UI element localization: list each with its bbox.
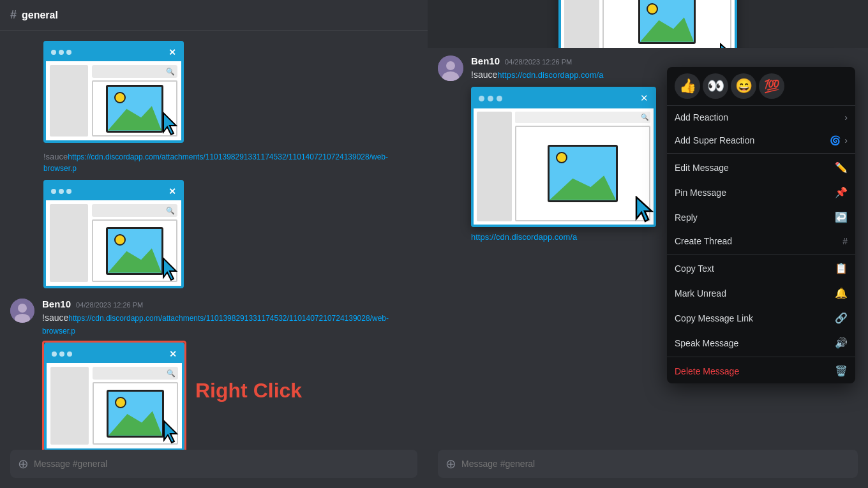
edit-icon: ✏️ <box>835 161 848 174</box>
partial-browser-top: ✕ 🔍 <box>558 0 737 48</box>
message-link-1: !saucehttps://cdn.discordapp.com/attachm… <box>43 151 417 174</box>
channel-icon: # <box>10 8 17 22</box>
message-image-2-container: ✕ <box>43 180 417 288</box>
image-with-red-border: ✕ <box>42 341 186 453</box>
copy-icon: 📋 <box>835 262 848 274</box>
svg-point-3 <box>18 304 27 313</box>
menu-divider-2 <box>667 254 855 255</box>
delete-icon: 🗑️ <box>835 365 848 377</box>
message-input-bar-left: ⊕ <box>10 450 417 478</box>
message-text: !saucehttps://cdn.discordapp.com/attachm… <box>42 312 417 337</box>
svg-marker-0 <box>163 113 176 135</box>
messages-area: ✕ <box>0 31 428 488</box>
url-link-1[interactable]: https://cdn.discordapp.com/attachments/1… <box>43 152 388 173</box>
link-icon: 🔗 <box>835 312 848 324</box>
channel-name: general <box>22 10 58 21</box>
chevron-right-icon-2: › <box>844 135 848 145</box>
right-url-link[interactable]: https://cdn.discordapp.com/a <box>471 232 577 242</box>
emoji-grin[interactable]: 😄 <box>731 73 756 99</box>
message-author: Ben10 <box>42 299 71 309</box>
menu-item-copy-text[interactable]: Copy Text 📋 <box>667 256 855 281</box>
pin-icon: 📌 <box>835 186 848 198</box>
menu-item-reply[interactable]: Reply ↩️ <box>667 205 855 230</box>
menu-item-pin-message[interactable]: Pin Message 📌 <box>667 180 855 205</box>
menu-divider-3 <box>667 357 855 357</box>
menu-item-copy-link[interactable]: Copy Message Link 🔗 <box>667 306 855 330</box>
menu-item-mark-unread[interactable]: Mark Unread 🔔 <box>667 281 855 306</box>
svg-marker-6 <box>721 44 733 48</box>
channel-header: # general <box>0 0 428 31</box>
emoji-reaction-row: 👍 👀 😄 💯 <box>667 67 855 106</box>
unread-icon: 🔔 <box>835 287 848 299</box>
speak-icon: 🔊 <box>835 337 848 349</box>
svg-marker-1 <box>163 258 176 280</box>
message-input-left[interactable] <box>34 459 410 469</box>
message-image-3-wrap: ✕ <box>42 341 417 454</box>
menu-divider-1 <box>667 153 855 154</box>
right-panel: ✕ 🔍 <box>428 0 868 488</box>
reply-icon: ↩️ <box>835 211 848 223</box>
right-message-author: Ben10 <box>471 55 500 66</box>
menu-item-edit-message[interactable]: Edit Message ✏️ <box>667 155 855 180</box>
emoji-100[interactable]: 💯 <box>759 73 784 99</box>
right-message-url[interactable]: https://cdn.discordapp.com/a <box>497 70 603 80</box>
right-input-container: ⊕ <box>428 440 868 488</box>
add-file-button[interactable]: ⊕ <box>18 456 29 471</box>
thread-icon: #️ <box>842 236 848 246</box>
emoji-thumbsup[interactable]: 👍 <box>675 73 700 99</box>
svg-marker-10 <box>636 197 652 221</box>
left-panel: # general ✕ <box>0 0 428 488</box>
right-top-section: ✕ 🔍 <box>428 0 868 48</box>
right-input-bar: ⊕ <box>438 450 858 478</box>
menu-item-delete[interactable]: Delete Message 🗑️ <box>667 359 855 383</box>
avatar-ben10 <box>10 299 34 323</box>
menu-item-add-super-reaction[interactable]: Add Super Reaction 🌀 › <box>667 129 855 152</box>
menu-item-create-thread[interactable]: Create Thread #️ <box>667 230 855 253</box>
super-reaction-icon: 🌀 <box>830 135 841 145</box>
svg-point-8 <box>446 61 455 70</box>
right-click-label: Right Click <box>195 379 302 403</box>
message-timestamp: 04/28/2023 12:26 PM <box>76 301 143 309</box>
message-url[interactable]: https://cdn.discordapp.com/attachments/1… <box>42 314 389 336</box>
right-add-button[interactable]: ⊕ <box>445 456 456 471</box>
right-avatar <box>438 55 463 81</box>
message-input-area-left: ⊕ <box>0 440 428 488</box>
menu-item-add-reaction[interactable]: Add Reaction › <box>667 106 855 129</box>
right-message-timestamp: 04/28/2023 12:26 PM <box>505 58 572 66</box>
menu-item-speak[interactable]: Speak Message 🔊 <box>667 330 855 355</box>
context-menu: 👍 👀 😄 💯 Add Reaction › Add Super Reactio… <box>667 67 855 383</box>
chevron-right-icon: › <box>844 112 848 122</box>
message-input-right[interactable] <box>461 459 850 469</box>
emoji-eyes[interactable]: 👀 <box>703 73 728 99</box>
message-image-1: ✕ <box>43 41 417 143</box>
